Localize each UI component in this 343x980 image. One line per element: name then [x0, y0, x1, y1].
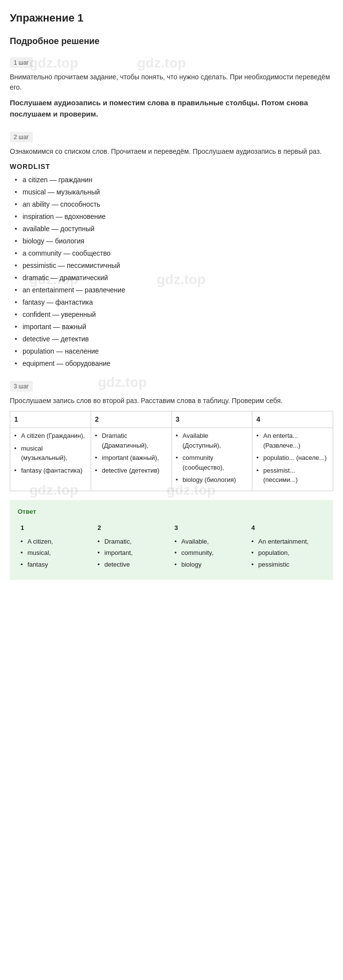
answer-box: Ответ 1 2 3 4 A citizen, musical, fantas… [10, 500, 333, 580]
list-item: musical (музыкальный), [14, 444, 87, 463]
list-item: An enterta... (Развлече...) [256, 431, 329, 450]
table-row: A citizen (Гражданин), musical (музыкаль… [10, 428, 333, 491]
list-item: important (важный), [95, 453, 168, 463]
ans-col-header-4: 4 [248, 521, 325, 535]
wordlist-label: WORDLIST [10, 162, 333, 172]
col-header-1: 1 [10, 411, 91, 428]
list-item: an ability — способность [15, 199, 333, 210]
step1-section: 1 шаг Внимательно прочитаем задание, что… [10, 57, 333, 120]
col-header-4: 4 [252, 411, 333, 428]
page-subtitle: Подробное решение [10, 35, 333, 48]
col-header-3: 3 [172, 411, 252, 428]
step1-badge: 1 шаг [10, 57, 33, 68]
list-item: biology (биология) [176, 475, 248, 485]
list-item: inspiration — вдохновение [15, 212, 333, 222]
list-item: pessimist... (пессими...) [256, 466, 329, 485]
step3-section: 3 шаг Прослушаем запись слов во второй р… [10, 381, 333, 491]
ans-cell-3: Available, community, biology [172, 535, 248, 574]
ans-cell-4: An entertainment, population, pessimisti… [248, 535, 325, 574]
list-item: important, [98, 548, 169, 558]
table-cell-2: Dramatic (Драматичный), important (важны… [91, 428, 172, 491]
ans-cell-2: Dramatic, important, detective [95, 535, 172, 574]
word-list: a citizen — гражданин musical — музыкаль… [10, 175, 333, 369]
list-item: pessimistic [251, 560, 322, 570]
list-item: Dramatic, [98, 537, 169, 547]
list-item: population — население [15, 346, 333, 357]
list-item: populatio... (населе...) [256, 453, 329, 463]
list-item: community (сообщество), [176, 453, 248, 472]
step2-section: 2 шаг Ознакомимся со списком слов. Прочи… [10, 131, 333, 369]
ans-col-header-2: 2 [95, 521, 172, 535]
list-item: Dramatic (Драматичный), [95, 431, 168, 450]
step2-text: Ознакомимся со списком слов. Прочитаем и… [10, 146, 333, 157]
answer-label: Ответ [18, 507, 325, 517]
step1-text1: Внимательно прочитаем задание, чтобы пон… [10, 72, 333, 93]
step2-badge: 2 шаг [10, 132, 33, 143]
watermark-8: gdz.top [69, 593, 118, 595]
page: gdz.top gdz.top gdz.top gdz.top gdz.top … [0, 0, 343, 595]
answer-table: 1 2 3 4 A citizen, musical, fantasy [18, 521, 325, 573]
list-item: pessimistic — пессимистичный [15, 261, 333, 271]
list-item: Available (Доступный), [176, 431, 248, 450]
main-table: 1 2 3 4 A citizen (Гражданин), musical (… [10, 411, 333, 491]
ans-col-header-1: 1 [18, 521, 95, 535]
ans-cell-1: A citizen, musical, fantasy [18, 535, 95, 574]
list-item: Available, [174, 537, 245, 547]
table-cell-3: Available (Доступный), community (сообще… [172, 428, 252, 491]
list-item: A citizen (Гражданин), [14, 431, 87, 441]
step3-text: Прослушаем запись слов во второй раз. Ра… [10, 396, 333, 406]
page-title: Упражнение 1 [10, 10, 333, 26]
list-item: a community — сообщество [15, 248, 333, 259]
table-cell-1: A citizen (Гражданин), musical (музыкаль… [10, 428, 91, 491]
list-item: an entertainment — развлечение [15, 285, 333, 295]
watermark-9: gdz.top [186, 593, 235, 595]
ans-col-header-3: 3 [172, 521, 248, 535]
list-item: a citizen — гражданин [15, 175, 333, 185]
list-item: confident — уверенный [15, 310, 333, 320]
answer-table-row: A citizen, musical, fantasy Dramatic, im… [18, 535, 325, 574]
list-item: biology [174, 560, 245, 570]
list-item: fantasy [21, 560, 92, 570]
list-item: available — доступный [15, 224, 333, 234]
list-item: musical, [21, 548, 92, 558]
col-header-2: 2 [91, 411, 172, 428]
list-item: musical — музыкальный [15, 187, 333, 197]
list-item: An entertainment, [251, 537, 322, 547]
list-item: detective (детектив) [95, 466, 168, 476]
list-item: detective [98, 560, 169, 570]
step1-text2: Послушаем аудиозапись и поместим слова в… [10, 97, 333, 120]
step3-badge: 3 шаг [10, 381, 33, 392]
list-item: biology — биология [15, 236, 333, 246]
list-item: fantasy (фантастика) [14, 466, 87, 476]
list-item: fantasy — фантастика [15, 297, 333, 308]
list-item: equipment — оборудование [15, 359, 333, 369]
table-cell-4: An enterta... (Развлече...) populatio...… [252, 428, 333, 491]
list-item: detective — детектив [15, 334, 333, 344]
list-item: community, [174, 548, 245, 558]
list-item: A citizen, [21, 537, 92, 547]
list-item: dramatic — драматический [15, 273, 333, 283]
list-item: important — важный [15, 322, 333, 332]
list-item: population, [251, 548, 322, 558]
